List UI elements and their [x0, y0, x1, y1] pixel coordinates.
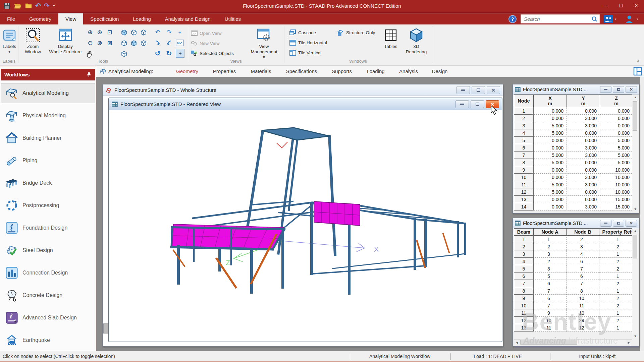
structure-only-button[interactable]: Structure Only — [337, 29, 375, 36]
data-cell[interactable]: 7 — [534, 287, 567, 295]
row-header-cell[interactable]: 9 — [514, 295, 534, 302]
beam-table-minimize-button[interactable] — [600, 220, 611, 227]
data-cell[interactable]: 10 — [534, 317, 567, 324]
data-cell[interactable]: 3.000 — [567, 181, 600, 188]
data-cell[interactable]: 5.000 — [534, 188, 567, 196]
sidebar-item-steel-design[interactable]: Steel Design — [1, 240, 95, 260]
data-cell[interactable]: 6 — [534, 280, 567, 287]
row-header-cell[interactable]: 11 — [514, 181, 534, 188]
data-cell[interactable]: 0.000 — [534, 196, 567, 203]
rendered-view-minimize-button[interactable] — [455, 100, 469, 108]
row-header-cell[interactable]: 7 — [514, 152, 534, 159]
data-cell[interactable]: 5.000 — [534, 122, 567, 129]
view-cube-back-icon[interactable] — [130, 39, 138, 47]
data-cell[interactable]: 9 — [534, 309, 567, 317]
whole-structure-close-button[interactable]: ✕ — [487, 86, 500, 94]
data-cell[interactable]: 2 — [599, 258, 633, 265]
spin-left-icon[interactable]: ↺ — [154, 49, 162, 57]
view-cube-rotate-icon[interactable] — [120, 50, 128, 57]
data-cell[interactable]: 0.000 — [567, 107, 600, 115]
data-cell[interactable]: 10.000 — [600, 181, 633, 188]
row-header-cell[interactable]: 12 — [514, 188, 534, 196]
row-header-cell[interactable]: 6 — [514, 144, 534, 152]
tab-materials[interactable]: Materials — [251, 68, 271, 74]
row-header-cell[interactable]: 4 — [514, 129, 534, 137]
zoom-out-icon[interactable]: ⊖ — [86, 39, 94, 47]
row-header-cell[interactable]: 11 — [514, 309, 534, 317]
beam-table-hscrollbar[interactable]: ◀ ▶ — [514, 339, 632, 345]
data-cell[interactable]: 1 — [534, 236, 567, 243]
data-cell[interactable]: 10.000 — [600, 174, 633, 181]
data-cell[interactable]: 10.000 — [600, 188, 633, 196]
data-cell[interactable]: 0.000 — [600, 122, 633, 129]
data-cell[interactable]: 3.000 — [567, 115, 600, 122]
scroll-left-icon[interactable]: ◀ — [514, 340, 520, 346]
data-cell[interactable]: 0.000 — [600, 107, 633, 115]
data-cell[interactable]: 0.000 — [534, 166, 567, 174]
zoom-previous-icon[interactable]: ⊗ — [96, 39, 104, 47]
data-cell[interactable]: 3.000 — [567, 174, 600, 181]
new-view-button[interactable]: New View — [191, 40, 220, 47]
menu-specification[interactable]: Specification — [83, 13, 126, 24]
data-cell[interactable]: 0.000 — [567, 159, 600, 166]
data-cell[interactable]: 7 — [534, 302, 567, 309]
menu-utilities[interactable]: Utilities — [218, 13, 248, 24]
labels-button[interactable]: Labels ▼ — [1, 26, 18, 55]
display-whole-structure-button[interactable]: Display Whole Structure — [47, 26, 84, 55]
beam-table-maximize-button[interactable] — [613, 220, 624, 227]
tab-design[interactable]: Design — [432, 68, 448, 74]
zoom-window-button[interactable]: Zoom Window — [19, 26, 46, 55]
row-header-cell[interactable]: 10 — [514, 174, 534, 181]
data-cell[interactable]: 1 — [599, 273, 633, 280]
data-cell[interactable]: 11 — [567, 302, 599, 309]
perspective-view-icon[interactable]: ⊠ — [106, 39, 114, 47]
user-caret-icon[interactable]: ▾ — [637, 17, 638, 21]
whole-structure-titlebar[interactable]: FloorSpectrumSample.STD - Whole Structur… — [103, 84, 503, 96]
row-header-cell[interactable]: 9 — [514, 166, 534, 174]
zoom-in-icon[interactable]: ⊕ — [86, 28, 94, 36]
view-cube-top-icon[interactable] — [130, 28, 138, 36]
data-cell[interactable]: 3 — [534, 265, 567, 273]
select-cursor-icon[interactable]: ＋ — [176, 28, 184, 36]
data-cell[interactable]: 7 — [567, 280, 599, 287]
data-cell[interactable]: 2 — [534, 243, 567, 250]
data-cell[interactable]: 5 — [534, 273, 567, 280]
data-cell[interactable]: 3 — [567, 243, 599, 250]
data-cell[interactable]: 1 — [599, 324, 633, 331]
help-icon[interactable]: ? — [508, 15, 517, 23]
open-view-button[interactable]: Open View — [191, 29, 222, 37]
data-cell[interactable]: 0.000 — [567, 166, 600, 174]
rotate-down-right-icon[interactable] — [166, 40, 172, 46]
tab-properties[interactable]: Properties — [213, 68, 236, 74]
row-header-cell[interactable]: 6 — [514, 273, 534, 280]
sidebar-item-connection-design[interactable]: Connection Design — [1, 263, 95, 283]
data-cell[interactable]: 11 — [534, 324, 567, 331]
row-header-cell[interactable]: 8 — [514, 159, 534, 166]
data-cell[interactable]: 1 — [599, 250, 633, 258]
scroll-down-icon[interactable]: ▼ — [632, 206, 638, 212]
data-cell[interactable]: 2 — [599, 243, 633, 250]
data-cell[interactable]: 2 — [534, 258, 567, 265]
tab-geometry[interactable]: Geometry — [176, 68, 198, 74]
view-cube-iso-icon[interactable] — [120, 39, 128, 47]
data-cell[interactable]: 2 — [599, 302, 633, 309]
data-cell[interactable]: 1 — [599, 236, 633, 243]
view-cube-bottom-icon[interactable] — [140, 39, 147, 47]
row-header-cell[interactable]: 1 — [514, 107, 534, 115]
whole-structure-maximize-button[interactable] — [472, 86, 485, 94]
beam-table-close-button[interactable]: ✕ — [626, 220, 637, 227]
row-header-cell[interactable]: 8 — [514, 287, 534, 295]
beam-table-vscrollbar[interactable]: ▲ ▼ — [632, 228, 638, 339]
data-cell[interactable]: 0.000 — [567, 196, 600, 203]
data-cell[interactable]: 0.000 — [567, 129, 600, 137]
row-header-cell[interactable]: 5 — [514, 137, 534, 144]
row-header-cell[interactable]: 3 — [514, 250, 534, 258]
tile-horizontal-button[interactable]: Tile Horizontal — [289, 39, 327, 46]
data-cell[interactable]: 0.000 — [567, 188, 600, 196]
view-cube-front-icon[interactable] — [120, 28, 128, 36]
data-cell[interactable]: 6 — [567, 273, 599, 280]
rendered-view-maximize-button[interactable] — [471, 100, 484, 108]
pan-mode-button[interactable]: ＋ — [176, 49, 184, 58]
tab-loading[interactable]: Loading — [367, 68, 384, 74]
data-cell[interactable]: 8 — [567, 287, 599, 295]
